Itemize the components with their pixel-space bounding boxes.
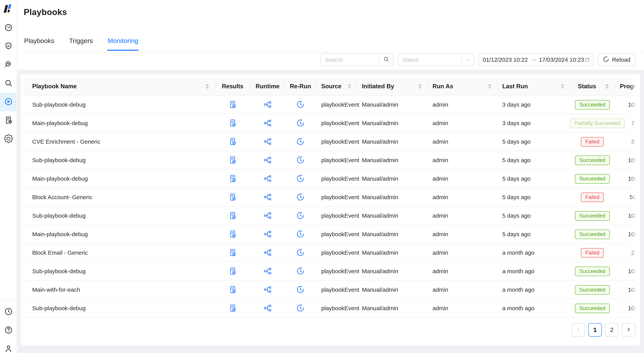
table-row[interactable]: Main-playbook-debug	[24, 225, 637, 244]
runtime-button[interactable]	[263, 248, 272, 258]
results-button[interactable]	[228, 174, 237, 184]
tab-monitoring[interactable]: Monitoring	[107, 32, 139, 50]
sidebar-item-threat-hunting[interactable]	[0, 56, 17, 74]
rerun-button[interactable]	[296, 230, 305, 239]
results-button[interactable]	[228, 156, 237, 165]
history-icon	[296, 118, 305, 128]
tab-triggers[interactable]: Triggers	[69, 32, 93, 50]
column-header-last-run[interactable]: Last Run	[497, 78, 570, 96]
pagination-prev-button[interactable]	[572, 323, 585, 336]
runtime-button[interactable]	[263, 192, 272, 202]
runtime-button[interactable]	[263, 230, 272, 239]
date-range-picker[interactable]: 01/12/2023 10:22 17/03/2024 10:23	[478, 54, 594, 66]
run-as-value: admin	[432, 250, 448, 256]
sidebar-item-settings[interactable]	[0, 130, 17, 148]
results-button[interactable]	[228, 211, 237, 220]
app-logo[interactable]	[4, 4, 13, 14]
sidebar-item-user[interactable]	[0, 340, 17, 353]
runtime-button[interactable]	[263, 137, 272, 146]
column-header-playbook-name[interactable]: Playbook Name	[24, 78, 215, 96]
rerun-button[interactable]	[296, 100, 305, 110]
runtime-button[interactable]	[263, 174, 272, 184]
run-as-value: admin	[432, 268, 448, 274]
tab-playbooks[interactable]: Playbooks	[24, 32, 55, 50]
runtime-button[interactable]	[263, 267, 272, 276]
results-button[interactable]	[228, 137, 237, 146]
rerun-button[interactable]	[296, 285, 305, 294]
dashboard-icon	[4, 23, 13, 33]
results-button[interactable]	[228, 100, 237, 110]
search-input[interactable]	[321, 56, 379, 63]
initiated-by-value: Manual/admin	[362, 212, 398, 219]
column-header-initiated-by[interactable]: Initiated By	[357, 78, 428, 96]
rerun-button[interactable]	[296, 118, 305, 128]
table-row[interactable]: Sub-playbook-debug	[24, 151, 637, 170]
sidebar	[0, 0, 17, 353]
table-row[interactable]: Sub-playbook-debug	[24, 262, 637, 281]
status-badge: Succeeded	[575, 156, 610, 165]
rerun-button[interactable]	[296, 137, 305, 146]
results-button[interactable]	[228, 304, 237, 313]
run-as-value: admin	[432, 157, 448, 163]
results-button[interactable]	[228, 230, 237, 239]
column-header-status[interactable]: Status	[570, 78, 614, 96]
pagination-page-2[interactable]: 2	[605, 323, 618, 336]
reload-button[interactable]: Reload	[598, 54, 636, 66]
table-row[interactable]: Block Email - Generic	[24, 244, 637, 262]
table-row[interactable]: Sub-playbook-debug	[24, 299, 637, 318]
table-row[interactable]: Main-playbook-debug	[24, 170, 637, 188]
runtime-button[interactable]	[263, 285, 272, 294]
table-row[interactable]: CVE Enrichment - Generic	[24, 133, 637, 151]
results-button[interactable]	[228, 192, 237, 202]
workflow-icon	[263, 248, 272, 258]
column-label: Results	[222, 83, 244, 90]
sidebar-item-search[interactable]	[0, 74, 17, 93]
history-icon	[296, 230, 305, 239]
sidebar-item-history[interactable]	[0, 303, 17, 321]
sort-icons	[206, 84, 209, 89]
rerun-button[interactable]	[296, 174, 305, 184]
search-button[interactable]	[379, 56, 393, 64]
table-row[interactable]: Sub-playbook-debug	[24, 96, 637, 114]
results-button[interactable]	[228, 285, 237, 294]
results-button[interactable]	[228, 248, 237, 258]
play-circle-icon	[4, 97, 13, 107]
file-done-icon	[228, 192, 237, 202]
column-header-run-as[interactable]: Run As	[428, 78, 497, 96]
source-value: playbookEvent	[321, 176, 359, 182]
table-row[interactable]: Main-with-for-each	[24, 281, 637, 299]
pagination-next-button[interactable]	[622, 323, 635, 336]
run-as-value: admin	[432, 138, 448, 145]
threat-hunt-icon	[4, 60, 13, 70]
column-header-source[interactable]: Source	[316, 78, 357, 96]
rerun-button[interactable]	[296, 304, 305, 313]
rerun-button[interactable]	[296, 192, 305, 202]
results-button[interactable]	[228, 118, 237, 128]
rerun-button[interactable]	[296, 211, 305, 220]
run-as-value: admin	[432, 120, 448, 126]
pagination-page-1[interactable]: 1	[588, 323, 602, 336]
table-row[interactable]: Main-playbook-debug	[24, 114, 637, 133]
table-row[interactable]: Block Account- Generic	[24, 188, 637, 207]
sidebar-item-dashboard[interactable]	[0, 19, 17, 37]
runtime-button[interactable]	[263, 304, 272, 313]
table-row[interactable]: Sub-playbook-debug	[24, 207, 637, 225]
rerun-button[interactable]	[296, 267, 305, 276]
workflow-icon	[263, 174, 272, 184]
runtime-button[interactable]	[263, 100, 272, 110]
runtime-button[interactable]	[263, 211, 272, 220]
runtime-button[interactable]	[263, 118, 272, 128]
table-scroll-container[interactable]: Playbook Name Results Runtime Re-Run	[24, 78, 637, 318]
results-button[interactable]	[228, 267, 237, 276]
sidebar-item-playbooks[interactable]	[0, 93, 17, 111]
rerun-button[interactable]	[296, 156, 305, 165]
sidebar-item-security[interactable]	[0, 37, 17, 56]
sidebar-item-reports[interactable]	[0, 111, 17, 130]
calendar-icon	[584, 57, 590, 63]
file-done-icon	[228, 118, 237, 128]
runtime-button[interactable]	[263, 156, 272, 165]
status-badge: Partially Succeeded	[570, 118, 625, 128]
status-filter-select[interactable]: Status	[398, 54, 474, 66]
rerun-button[interactable]	[296, 248, 305, 258]
sidebar-item-help[interactable]	[0, 321, 17, 340]
